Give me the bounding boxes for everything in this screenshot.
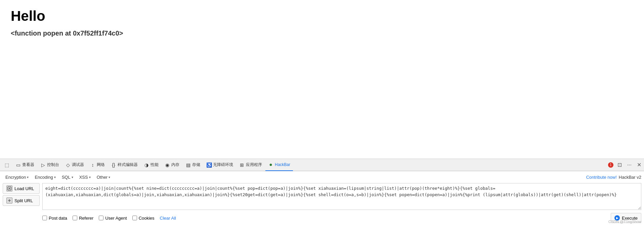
page-title: Hello	[11, 8, 633, 24]
tab-debugger-label: 调试器	[72, 162, 84, 168]
tab-performance-label: 性能	[151, 162, 159, 168]
tab-memory[interactable]: ◉ 内存	[162, 159, 182, 171]
memory-icon: ◉	[165, 162, 170, 168]
cookies-label[interactable]: Cookies	[132, 216, 155, 221]
tab-inspector-label: 查看器	[22, 162, 34, 168]
clear-all-button[interactable]: Clear All	[160, 216, 176, 221]
post-data-checkbox[interactable]	[42, 216, 47, 220]
tab-hackbar[interactable]: ● HackBar	[265, 159, 293, 171]
tab-hackbar-label: HackBar	[275, 162, 290, 167]
xss-chevron: ▾	[89, 175, 91, 179]
undock-button[interactable]: ⊡	[616, 160, 623, 169]
hackbar-url-area: eight=dict(cccccccc=a)|join|count%{%set …	[42, 183, 641, 211]
sql-chevron: ▾	[72, 175, 73, 179]
tab-application-label: 应用程序	[246, 162, 262, 168]
tab-network[interactable]: ↕ 网络	[87, 159, 108, 171]
hackbar-panel: Encryption ▾ Encoding ▾ SQL ▾ XSS ▾ Othe…	[0, 171, 644, 225]
main-content: Hello <function popen at 0x7f52ff1f74c0>	[0, 0, 644, 45]
tab-storage-label: 存储	[192, 162, 200, 168]
other-chevron: ▾	[109, 175, 110, 179]
referer-checkbox[interactable]	[73, 216, 77, 220]
devtools-pick-element[interactable]: ⬚	[1, 159, 12, 171]
hackbar-main: Load URL Split URL eight=dict(cccccccc=a…	[3, 183, 641, 211]
tab-style-editor-label: 样式编辑器	[118, 162, 138, 168]
hackbar-menubar: Encryption ▾ Encoding ▾ SQL ▾ XSS ▾ Othe…	[3, 173, 641, 181]
contribute-link[interactable]: Contribute now!	[586, 175, 617, 180]
encoding-menu[interactable]: Encoding ▾	[32, 173, 58, 181]
encryption-menu[interactable]: Encryption ▾	[3, 173, 31, 181]
tab-application[interactable]: ⊞ 应用程序	[237, 159, 265, 171]
tab-console[interactable]: ▷ 控制台	[38, 159, 62, 171]
referer-text: Referer	[79, 216, 93, 221]
tab-debugger[interactable]: ◇ 调试器	[62, 159, 87, 171]
accessibility-icon: ♿	[206, 162, 212, 168]
split-url-icon	[6, 198, 12, 204]
post-data-text: Post data	[49, 216, 67, 221]
url-input[interactable]: eight=dict(cccccccc=a)|join|count%{%set …	[42, 183, 641, 210]
sql-label: SQL	[62, 175, 71, 180]
user-agent-text: User Agent	[105, 216, 127, 221]
encoding-chevron: ▾	[54, 175, 56, 179]
error-badge: 1	[608, 162, 613, 168]
storage-icon: ▤	[185, 162, 191, 168]
post-data-label[interactable]: Post data	[42, 216, 67, 221]
referer-label[interactable]: Referer	[73, 216, 93, 221]
split-url-label: Split URL	[14, 198, 33, 203]
user-agent-checkbox[interactable]	[99, 216, 103, 220]
user-agent-label[interactable]: User Agent	[99, 216, 127, 221]
tab-performance[interactable]: ◑ 性能	[141, 159, 161, 171]
tab-network-label: 网络	[97, 162, 105, 168]
debugger-icon: ◇	[65, 162, 71, 168]
more-options-button[interactable]: ···	[626, 161, 633, 169]
cookies-checkbox[interactable]	[132, 216, 137, 220]
application-icon: ⊞	[239, 162, 245, 168]
encoding-label: Encoding	[35, 175, 53, 180]
close-devtools-button[interactable]: ✕	[636, 160, 643, 169]
load-url-label: Load URL	[14, 186, 34, 191]
split-url-button[interactable]: Split URL	[3, 195, 40, 206]
hackbar-version: HackBar v2	[619, 175, 641, 180]
style-editor-icon: {}	[111, 162, 116, 168]
sql-menu[interactable]: SQL ▾	[59, 173, 76, 181]
devtools-tabs: ⬚ ▭ 查看器 ▷ 控制台 ◇ 调试器 ↕ 网络 {} 样式编辑器 ◑ 性能 ◉	[0, 159, 644, 171]
tab-accessibility[interactable]: ♿ 无障碍环境	[204, 159, 236, 171]
tab-storage[interactable]: ▤ 存储	[183, 159, 203, 171]
other-label: Other	[97, 175, 108, 180]
pick-element-icon: ⬚	[4, 162, 9, 168]
hackbar-sidebar: Load URL Split URL	[3, 183, 40, 206]
console-icon: ▷	[40, 162, 46, 168]
load-url-icon	[6, 185, 12, 191]
xss-menu[interactable]: XSS ▾	[77, 173, 93, 181]
csdn-watermark: CSDN @T1ngShow	[608, 220, 641, 224]
other-menu[interactable]: Other ▾	[94, 173, 113, 181]
tab-memory-label: 内存	[171, 162, 179, 168]
cookies-text: Cookies	[139, 216, 155, 221]
tab-style-editor[interactable]: {} 样式编辑器	[108, 159, 140, 171]
encryption-label: Encryption	[5, 175, 26, 180]
tab-inspector[interactable]: ▭ 查看器	[13, 159, 37, 171]
hackbar-footer: Post data Referer User Agent Cookies Cle…	[3, 213, 641, 223]
performance-icon: ◑	[144, 162, 149, 168]
encryption-chevron: ▾	[27, 175, 29, 179]
xss-label: XSS	[79, 175, 88, 180]
load-url-button[interactable]: Load URL	[3, 183, 40, 194]
page-subtitle: <function popen at 0x7f52ff1f74c0>	[11, 30, 633, 37]
hackbar-icon: ●	[268, 162, 273, 167]
tab-console-label: 控制台	[47, 162, 59, 168]
network-icon: ↕	[90, 162, 95, 168]
tab-accessibility-label: 无障碍环境	[213, 162, 233, 168]
inspector-icon: ▭	[15, 162, 21, 168]
devtools-bar: ⬚ ▭ 查看器 ▷ 控制台 ◇ 调试器 ↕ 网络 {} 样式编辑器 ◑ 性能 ◉	[0, 159, 644, 225]
svg-point-1	[9, 188, 10, 189]
tab-actions: 1 ⊡ ··· ✕	[608, 160, 643, 169]
